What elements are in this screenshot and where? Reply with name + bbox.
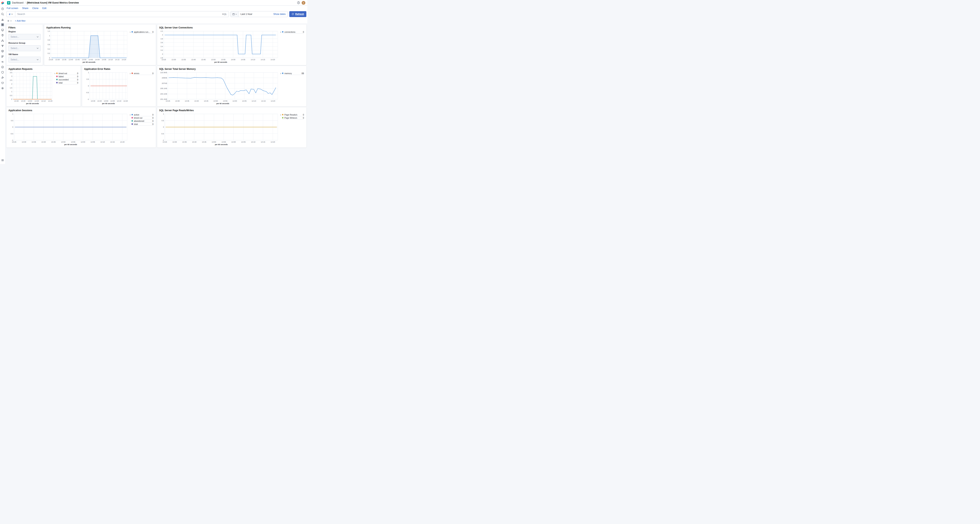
sql-page-reads-writes-chart[interactable]: -1-0.500.5113:2513:3013:3513:4013:4513:5… xyxy=(159,113,279,146)
filter-options-button[interactable] xyxy=(7,20,12,22)
legend-color-dot xyxy=(282,73,283,74)
elastic-logo[interactable] xyxy=(1,1,4,5)
legend-expand-button[interactable]: › xyxy=(279,72,282,75)
legend-expand-button[interactable]: › xyxy=(129,113,132,116)
svg-text:13:55: 13:55 xyxy=(223,100,228,102)
management-icon[interactable] xyxy=(1,86,4,90)
metrics-icon[interactable] xyxy=(1,49,4,53)
legend-item[interactable]: connections 0 xyxy=(282,30,304,33)
svg-text:0.2: 0.2 xyxy=(48,53,50,54)
svg-text:3: 3 xyxy=(11,75,12,77)
dev-tools-icon[interactable] xyxy=(1,76,4,80)
sql-user-connections-chart[interactable]: 2.833.23.43.63.844.213:2513:3013:3513:40… xyxy=(159,30,279,63)
full-screen-button[interactable]: Full screen xyxy=(7,7,18,10)
legend-expand-button[interactable]: › xyxy=(279,30,282,33)
vm-name-select[interactable]: Select... xyxy=(8,57,41,62)
avatar[interactable]: e xyxy=(302,1,305,5)
filter-field-label: Resource Group xyxy=(8,42,41,44)
legend-item[interactable]: errors 0 xyxy=(132,72,153,75)
svg-text:14:20: 14:20 xyxy=(270,141,275,143)
share-button[interactable]: Share xyxy=(22,7,29,10)
search-input[interactable] xyxy=(15,13,220,16)
legend-item[interactable]: succeeded 0 xyxy=(56,78,78,81)
kql-language-button[interactable]: KQL xyxy=(220,13,229,15)
legend-item[interactable]: total 0 xyxy=(56,81,78,84)
panel-title[interactable]: Application Sessions xyxy=(8,109,154,112)
time-range-value[interactable]: Last 1 hour xyxy=(239,13,273,16)
legend-item[interactable]: abandoned 0 xyxy=(132,119,153,123)
graph-icon[interactable] xyxy=(1,44,4,48)
svg-text:13:35: 13:35 xyxy=(185,100,189,102)
panel-title[interactable]: Applications Running xyxy=(46,26,154,29)
saved-query-menu-button[interactable]: # xyxy=(7,11,15,17)
legend-item[interactable]: Page Writes/s 0 xyxy=(282,116,304,119)
svg-text:4.2: 4.2 xyxy=(161,30,163,32)
legend-expand-button[interactable]: › xyxy=(129,30,132,33)
clone-button[interactable]: Clone xyxy=(32,7,38,10)
svg-text:0.5: 0.5 xyxy=(86,78,89,80)
nav-icon-list xyxy=(1,7,4,90)
panel-title[interactable]: SQL Server Total Server Memory xyxy=(159,67,304,71)
region-select[interactable]: Select... xyxy=(8,34,41,40)
machine-learning-icon[interactable] xyxy=(1,39,4,42)
legend-value: 0B xyxy=(301,72,304,75)
svg-text:14:15: 14:15 xyxy=(261,100,266,102)
legend-item[interactable]: failed 0 xyxy=(56,75,78,78)
application-sessions-chart[interactable]: -1-0.500.5113:2513:3013:3513:4013:4513:5… xyxy=(8,113,129,146)
panel-title[interactable]: Application Error Rates xyxy=(84,67,154,71)
logs-icon[interactable] xyxy=(1,55,4,58)
legend-item[interactable]: applications running 0 xyxy=(132,30,153,33)
legend-item[interactable]: Page Reads/s 0 xyxy=(282,113,304,116)
svg-text:14:05: 14:05 xyxy=(242,100,247,102)
panel-title[interactable]: Filters xyxy=(8,26,41,29)
chevron-down-icon xyxy=(235,14,237,15)
uptime-icon[interactable] xyxy=(1,65,4,69)
sql-total-server-memory-chart[interactable]: 201.2KB203.1KB205.1KB207KB209KB210.9KB13… xyxy=(159,72,279,105)
svg-text:14:00: 14:00 xyxy=(232,100,237,102)
legend-color-dot xyxy=(282,117,283,118)
refresh-icon xyxy=(292,13,294,15)
legend-expand-button[interactable]: › xyxy=(279,113,282,116)
panel-title[interactable]: SQL Server User Connections xyxy=(159,26,304,29)
add-filter-button[interactable]: + Add filter xyxy=(15,20,25,22)
application-requests-chart[interactable]: 00.511.522.533.513:3013:4013:5014:0014:1… xyxy=(8,72,54,105)
refresh-button[interactable]: Refresh xyxy=(289,11,306,17)
quick-select-time-button[interactable] xyxy=(231,11,239,17)
discover-icon[interactable] xyxy=(1,12,4,16)
applications-running-chart[interactable]: 00.20.40.60.811.213:2513:3013:3513:4013:… xyxy=(46,30,129,63)
legend-value: 0 xyxy=(152,120,153,122)
legend-value: 0 xyxy=(152,31,153,33)
legend-expand-button[interactable]: › xyxy=(54,72,56,75)
apm-icon[interactable] xyxy=(1,60,4,64)
dashboard-icon[interactable] xyxy=(1,23,4,27)
legend-item[interactable]: active 0 xyxy=(132,113,153,116)
svg-text:0.5: 0.5 xyxy=(11,119,13,122)
recently-viewed-icon[interactable] xyxy=(1,7,4,11)
maps-icon[interactable] xyxy=(1,33,4,37)
show-dates-button[interactable]: Show dates xyxy=(274,13,288,16)
svg-text:14:05: 14:05 xyxy=(241,141,246,143)
svg-text:0: 0 xyxy=(11,98,12,100)
legend-item[interactable]: timed out 0 xyxy=(132,116,153,119)
svg-text:1: 1 xyxy=(49,35,50,37)
breadcrumb-dashboard[interactable]: Dashboard xyxy=(12,2,24,4)
canvas-icon[interactable] xyxy=(1,28,4,32)
legend-item[interactable]: total 0 xyxy=(132,123,153,126)
help-icon[interactable] xyxy=(297,1,300,5)
legend-expand-button[interactable]: › xyxy=(129,72,132,75)
visualize-icon[interactable] xyxy=(1,18,4,21)
space-badge[interactable]: D xyxy=(7,1,10,5)
monitoring-icon[interactable] xyxy=(1,81,4,85)
svg-text:13:45: 13:45 xyxy=(202,141,207,143)
edit-button[interactable]: Edit xyxy=(42,7,46,10)
panel-title[interactable]: SQL Server Page Reads/Writes xyxy=(159,109,304,112)
legend-item[interactable]: timed out 0 xyxy=(56,72,78,75)
application-error-rates-chart[interactable]: -1-0.500.5113:3013:4013:5014:0014:1014:2… xyxy=(84,72,129,105)
legend-item[interactable]: memory 0B xyxy=(282,72,304,75)
dock-navigation-icon[interactable] xyxy=(1,158,4,162)
svg-text:13:45: 13:45 xyxy=(201,59,206,61)
security-icon[interactable] xyxy=(1,71,4,74)
svg-text:14:20: 14:20 xyxy=(123,100,128,102)
panel-title[interactable]: Application Requests xyxy=(8,67,79,71)
resource-group-select[interactable]: Select... xyxy=(8,45,41,51)
